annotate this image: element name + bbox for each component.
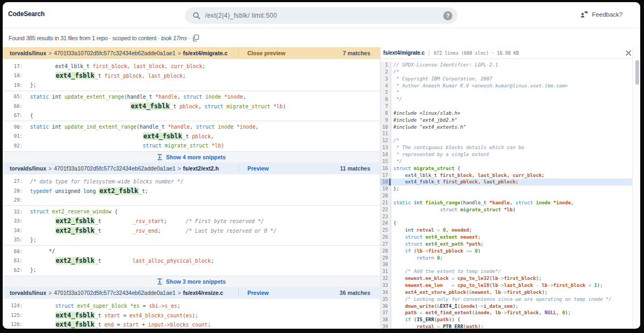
code-line[interactable]: 4 * Author Aneesh Kumar K.V <aneesh.kuma…: [380, 83, 632, 90]
line-number: 61:: [3, 258, 23, 263]
preview-toggle-button[interactable]: Preview: [247, 165, 269, 172]
code-line[interactable]: 32:struct ext2_reserve_window {: [3, 207, 380, 217]
code-line[interactable]: 124: struct ext4_super_block *es = sbi->…: [3, 301, 380, 311]
code-line[interactable]: 125: ext4_fsblk_t start = ext4_blocks_co…: [3, 310, 380, 320]
code-token: struct: [196, 124, 215, 130]
divider: [238, 165, 239, 172]
code-text: #include "ext4_extents.h": [391, 124, 632, 131]
code-line[interactable]: 7: [380, 103, 632, 110]
code-line[interactable]: 10#include "ext4_extents.h": [380, 124, 632, 131]
code-line[interactable]: 65:static int update_extent_range(handle…: [3, 92, 380, 102]
code-token: lb: [492, 276, 498, 281]
file-result-header[interactable]: torvalds/linux>4701f33a10702d5fc577c3243…: [3, 287, 380, 299]
code-token: ;: [182, 73, 186, 79]
code-line[interactable]: 27:/* data type for filesystem-wide bloc…: [3, 177, 380, 187]
show-more-snippets-button[interactable]: Show 3 more snippets: [3, 276, 380, 287]
match-highlight: ext4_fsblk: [55, 321, 95, 328]
code-line[interactable]: 29 return 0;: [380, 255, 632, 262]
code-text: [391, 193, 632, 199]
code-token: ): [513, 207, 515, 212]
code-line[interactable]: 23: [380, 213, 632, 220]
code-token: [30, 258, 55, 264]
search-input[interactable]: /ext(2|4)_fsblk/ limit:500 ?: [185, 8, 457, 24]
code-line[interactable]: 11: [380, 130, 632, 137]
code-line[interactable]: 33 newext.ee_len = cpu_to_le16(lb->last_…: [380, 282, 632, 289]
code-token: );: [541, 290, 547, 295]
code-line[interactable]: 66: ext4_fsblk_t pblock, struct migrate_…: [3, 101, 380, 111]
code-token: * Author Aneesh Kumar K.V <aneesh.kumar@…: [393, 83, 568, 88]
code-line[interactable]: 29:: [3, 196, 380, 205]
preview-toggle-button[interactable]: Preview: [247, 290, 269, 296]
code-line[interactable]: 8#include <linux/slab.h>: [380, 110, 632, 117]
code-line[interactable]: 19};: [380, 186, 632, 193]
code-line[interactable]: 33: ext2_fsblk_t _rsv_start; /* First by…: [3, 217, 380, 226]
code-line[interactable]: 24{: [380, 220, 632, 227]
preview-scrollbar-thumb[interactable]: [635, 60, 639, 85]
code-text: newext.ee_block = cpu_to_le32(lb->first_…: [391, 275, 632, 282]
highlighted-code-line[interactable]: 18 ext4_fsblk_t first_pblock, last_pbloc…: [380, 179, 632, 186]
code-line[interactable]: 5 *: [380, 89, 632, 96]
code-line[interactable]: 14 * represented by a single extent: [380, 151, 632, 158]
code-line[interactable]: 30: [380, 261, 632, 268]
code-token: #include "ext4_jbd2.h": [393, 117, 457, 123]
code-line[interactable]: 19:};: [3, 80, 380, 90]
preview-scrollbar[interactable]: [632, 47, 640, 328]
copy-icon[interactable]: [193, 34, 199, 41]
code-line[interactable]: 67:{: [3, 111, 380, 121]
code-line[interactable]: 9#include "ext4_jbd2.h": [380, 117, 632, 124]
code-token: handle_t: [127, 94, 156, 100]
code-line[interactable]: 21static int finish_range(handle_t *hand…: [380, 199, 632, 206]
line-number: 19:: [3, 83, 23, 88]
code-line[interactable]: 37 path = ext4_find_extent(inode, lb->fi…: [380, 309, 632, 316]
feedback-button[interactable]: Feedback?: [580, 11, 623, 18]
code-line[interactable]: 35 /* Locking only for convenience since…: [380, 296, 632, 303]
code-line[interactable]: 91: ext4_fsblk_t pblock,: [3, 132, 380, 142]
code-line[interactable]: 28 if (lb->first_pblock == 0): [380, 248, 632, 255]
code-line[interactable]: 26 struct ext4_extent newext;: [380, 234, 632, 241]
code-line[interactable]: 17: ext4_lblk_t first_block, last_block,…: [3, 62, 380, 71]
code-line[interactable]: 15 */: [380, 158, 632, 165]
code-line[interactable]: 61: ext2_fsblk_t last_alloc_physical_blo…: [3, 256, 380, 266]
code-line[interactable]: 34: ext2_fsblk_t _rsv_end; /* Last byte …: [3, 226, 380, 235]
code-line[interactable]: 20: [380, 193, 632, 199]
code-line[interactable]: 31 /* Add the extent to temp inode*/: [380, 268, 632, 275]
code-line[interactable]: 16struct migrate_struct {: [380, 165, 632, 172]
code-line[interactable]: 2/*: [380, 69, 632, 76]
preview-toggle-button[interactable]: Close preview: [247, 50, 286, 56]
code-line[interactable]: 39 retval = PTR_ERR(path);: [380, 323, 632, 328]
search-query[interactable]: /ext(2|4)_fsblk/ limit:500: [205, 12, 443, 19]
code-line[interactable]: 13 * The contiguous blocks details which…: [380, 144, 632, 151]
code-token: +: [139, 322, 149, 328]
code-line[interactable]: 17 ext4_lblk_t first_block, last_block, …: [380, 172, 632, 179]
code-token: int: [411, 200, 426, 205]
show-more-label: Show 4 more snippets: [166, 154, 225, 160]
code-line[interactable]: 27 struct ext4_ext_path *path;: [380, 241, 632, 248]
show-more-snippets-button[interactable]: Show 4 more snippets: [3, 152, 380, 162]
code-line[interactable]: 22 struct migrate_struct *lb): [380, 206, 632, 213]
code-token: [393, 241, 405, 247]
code-line[interactable]: 126: ext4_fsblk_t end = start + input->b…: [3, 320, 380, 329]
code-token: input->blocks_count: [148, 322, 208, 328]
code-line[interactable]: 32 newext.ee_block = cpu_to_le32(lb->fir…: [380, 275, 632, 282]
code-line[interactable]: 18: ext4_fsblk_t first_pblock, last_pblo…: [3, 71, 380, 81]
code-line[interactable]: 25 int retval = 0, needed;: [380, 227, 632, 234]
file-result-header[interactable]: torvalds/linux>4701f33a10702d5fc577c3243…: [3, 47, 380, 59]
code-line[interactable]: 34 ext4_ext_store_pblock(&newext, lb->fi…: [380, 289, 632, 296]
code-line[interactable]: 38 if (IS_ERR(path)) {: [380, 316, 632, 323]
close-icon[interactable]: [625, 50, 632, 56]
code-line[interactable]: 35:};: [3, 235, 380, 245]
code-line[interactable]: 3 * Copyright IBM Corporation, 2007: [380, 76, 632, 83]
code-line[interactable]: 6 */: [380, 96, 632, 103]
code-line[interactable]: 28:typedef unsigned long ext2_fsblk_t;: [3, 186, 380, 196]
code-line[interactable]: 36 down_write(&EXT4_I(inode)->i_data_sem…: [380, 303, 632, 310]
code-line[interactable]: 60: */: [3, 247, 380, 256]
code-line[interactable]: 62:};: [3, 265, 380, 275]
code-line[interactable]: 1// SPDX-License-Identifier: LGPL-2.1: [380, 62, 632, 69]
code-line[interactable]: 12/*: [380, 137, 632, 144]
file-result-header[interactable]: torvalds/linux>4701f33a10702d5fc577c3243…: [3, 162, 380, 174]
search-help-icon[interactable]: ?: [443, 11, 452, 20]
code-line[interactable]: 92: struct migrate_struct *lb): [3, 141, 380, 151]
code-token: ,: [211, 134, 214, 139]
code-line[interactable]: 90:static int update_ind_extent_range(ha…: [3, 122, 380, 132]
code-token: =: [416, 310, 425, 315]
